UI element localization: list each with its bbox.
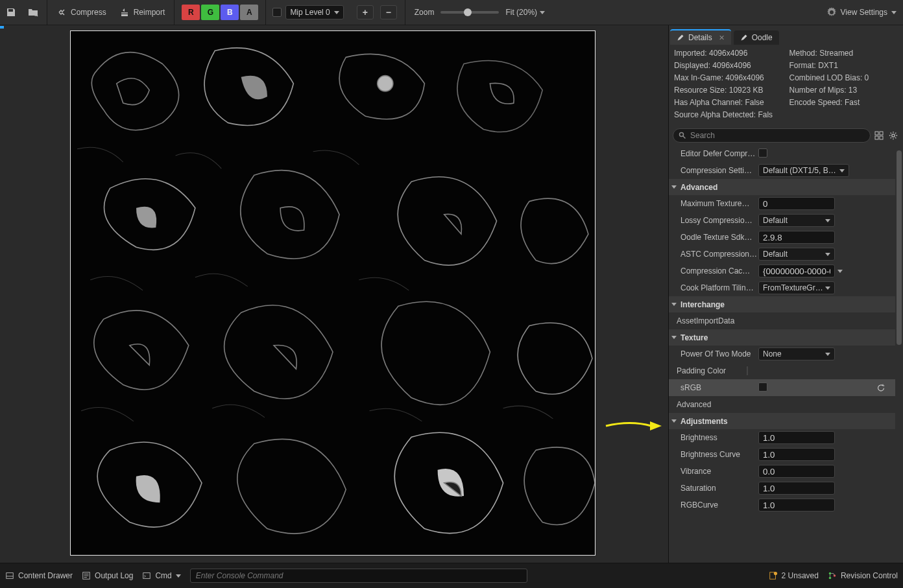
tab-details-label: Details [688, 33, 712, 42]
svg-rect-7 [880, 132, 883, 135]
source-control-icon [828, 571, 837, 580]
prop-vibrance-input[interactable] [758, 465, 835, 478]
prop-brightness-curve-input[interactable] [758, 448, 835, 461]
texture-viewport[interactable] [0, 25, 668, 563]
gear-icon [889, 131, 898, 140]
texture-canvas[interactable] [70, 30, 596, 556]
prop-oodle-sdk-input[interactable] [758, 231, 835, 244]
console-icon [142, 571, 151, 580]
chevron-down-icon[interactable] [837, 270, 843, 273]
browse-button[interactable] [22, 0, 44, 25]
channel-g-toggle[interactable]: G [201, 5, 219, 20]
channel-a-toggle[interactable]: A [240, 5, 258, 20]
channel-b-toggle[interactable]: B [221, 5, 239, 20]
mip-minus-button[interactable]: − [380, 5, 397, 19]
grid-view-button[interactable] [873, 130, 885, 141]
prop-padding-color-swatch[interactable] [747, 366, 748, 376]
svg-line-5 [683, 136, 686, 139]
svg-rect-8 [875, 136, 878, 139]
zoom-slider[interactable] [440, 11, 499, 14]
mip-checkbox[interactable] [272, 8, 282, 17]
revision-control-button[interactable]: Revision Control [828, 571, 898, 580]
reimport-label: Reimport [134, 8, 165, 17]
zoom-slider-thumb[interactable] [464, 8, 472, 16]
details-panel: Details ✕ Oodle Imported: 4096x4096 Meth… [668, 25, 903, 563]
mip-level-dropdown[interactable]: Mip Level 0 [285, 5, 343, 19]
compress-label: Compress [71, 8, 106, 17]
details-scrollbar[interactable] [897, 145, 902, 563]
svg-point-3 [378, 76, 393, 91]
prop-rgbcurve-input[interactable] [758, 499, 835, 512]
prop-cook-platform-label: Cook Platform Tilin… [680, 283, 758, 292]
chevron-down-icon [825, 219, 830, 222]
prop-max-texture-label: Maximum Texture… [680, 199, 758, 208]
prop-brightness-input[interactable] [758, 431, 835, 444]
category-texture[interactable]: Texture [669, 329, 895, 346]
status-bar: Content Drawer Output Log Cmd Enter Cons… [0, 563, 903, 588]
save-button[interactable] [0, 0, 22, 25]
tab-details[interactable]: Details ✕ [670, 29, 731, 45]
category-interchange[interactable]: Interchange [669, 296, 895, 312]
scrollbar-thumb[interactable] [897, 150, 902, 345]
channel-r-toggle[interactable]: R [182, 5, 200, 20]
top-toolbar: Compress Reimport R G B A Mip Level 0 + … [0, 0, 903, 25]
prop-compression-cache-input[interactable] [758, 265, 835, 277]
svg-rect-11 [6, 573, 14, 579]
content-drawer-button[interactable]: Content Drawer [5, 571, 73, 580]
prop-lossy-label: Lossy Compressio… [680, 216, 758, 225]
info-imported: Imported: 4096x4096 [674, 49, 783, 58]
prop-srgb-checkbox[interactable] [758, 382, 767, 392]
svg-point-21 [829, 577, 832, 580]
tab-oodle[interactable]: Oodle [734, 30, 779, 45]
mip-plus-button[interactable]: + [357, 5, 374, 19]
reset-to-default-icon[interactable] [877, 384, 885, 392]
prop-lossy-dropdown[interactable]: Default [758, 214, 835, 227]
category-adjustments[interactable]: Adjustments [669, 413, 895, 429]
property-list: Editor Defer Compr… Compression Setti… D… [669, 145, 903, 563]
svg-point-19 [773, 572, 777, 575]
prop-editor-defer-label: Editor Defer Compr… [680, 149, 758, 158]
chevron-down-icon [825, 253, 830, 256]
prop-astc-dropdown[interactable]: Default [758, 248, 835, 261]
grid-icon [874, 131, 884, 140]
chevron-down-icon [671, 336, 677, 339]
log-icon [82, 571, 91, 580]
output-log-button[interactable]: Output Log [82, 571, 133, 580]
unsaved-icon [769, 571, 778, 580]
chevron-down-icon [334, 11, 339, 14]
svg-point-4 [680, 133, 684, 137]
texture-preview [71, 31, 595, 555]
info-encode-speed: Encode Speed: Fast [789, 98, 898, 107]
view-settings-dropdown[interactable]: View Settings [820, 0, 904, 25]
info-lod-bias: Combined LOD Bias: 0 [789, 73, 898, 82]
cmd-dropdown[interactable]: Cmd [142, 571, 180, 580]
viewport-marker [0, 26, 4, 29]
prop-saturation-input[interactable] [758, 482, 835, 495]
prop-editor-defer-checkbox[interactable] [758, 148, 767, 158]
settings-gear-button[interactable] [887, 130, 899, 141]
category-advanced[interactable]: Advanced [669, 179, 895, 195]
zoom-fit-dropdown[interactable]: Fit (20%) [505, 0, 545, 25]
reimport-button[interactable]: Reimport [113, 0, 172, 25]
chevron-down-icon [671, 303, 677, 306]
prop-brightness-label: Brightness [680, 433, 758, 442]
prop-compression-settings-dropdown[interactable]: Default (DXT1/5, BC1/3 [758, 164, 849, 177]
chevron-down-icon [671, 419, 677, 423]
unsaved-button[interactable]: 2 Unsaved [769, 571, 819, 580]
prop-pot-dropdown[interactable]: None [758, 347, 835, 360]
prop-saturation-label: Saturation [680, 484, 758, 493]
details-search-input[interactable]: Search [673, 128, 871, 143]
svg-rect-9 [880, 136, 883, 139]
prop-cook-platform-dropdown[interactable]: FromTextureGroup [758, 281, 835, 294]
info-source-alpha: Source Alpha Detected: Fals [674, 110, 898, 119]
prop-max-texture-input[interactable] [758, 197, 835, 210]
details-tab-row: Details ✕ Oodle [669, 25, 903, 45]
console-input[interactable]: Enter Console Command [190, 569, 527, 583]
prop-asset-import-data[interactable]: AssetImportData [669, 312, 895, 329]
close-icon[interactable]: ✕ [719, 34, 725, 42]
prop-compression-settings-label: Compression Setti… [680, 166, 758, 175]
mip-level-label: Mip Level 0 [290, 8, 330, 17]
prop-advanced-2[interactable]: Advanced [669, 396, 895, 413]
compress-button[interactable]: Compress [50, 0, 113, 25]
prop-brightness-curve-label: Brightness Curve [680, 450, 758, 459]
